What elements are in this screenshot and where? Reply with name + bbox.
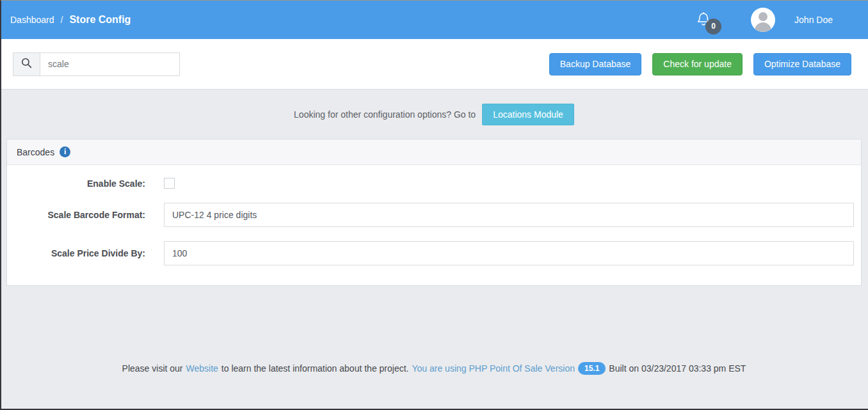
panel-heading: Barcodes i [7, 139, 861, 165]
search-input[interactable] [40, 52, 180, 76]
check-for-update-button[interactable]: Check for update [652, 53, 743, 75]
version-badge[interactable]: 15.1 [578, 362, 606, 375]
scale-price-divide-by-field [164, 241, 854, 265]
scale-barcode-format-label: Scale Barcode Format: [7, 210, 145, 220]
version-link[interactable]: You are using PHP Point Of Sale Version [412, 363, 575, 374]
form-row-scale-barcode-format: Scale Barcode Format: [7, 203, 854, 227]
website-link[interactable]: Website [186, 363, 218, 374]
info-bar-text: Looking for other configuration options?… [294, 109, 476, 120]
backup-database-button[interactable]: Backup Database [549, 53, 642, 75]
info-bar: Looking for other configuration options?… [0, 104, 868, 125]
breadcrumb: Dashboard / Store Config [10, 14, 131, 26]
header-right: 0 John Doe [696, 8, 833, 32]
toolbar: Backup Database Check for update Optimiz… [0, 39, 868, 90]
form-row-enable-scale: Enable Scale: [7, 178, 854, 189]
breadcrumb-dashboard-link[interactable]: Dashboard [10, 15, 54, 25]
footer-text-before-link: Please visit our [122, 363, 183, 374]
toolbar-buttons: Backup Database Check for update Optimiz… [549, 53, 851, 75]
search-addon [13, 52, 40, 76]
enable-scale-checkbox[interactable] [164, 178, 175, 189]
optimize-database-button[interactable]: Optimize Database [753, 53, 851, 75]
app-header: Dashboard / Store Config 0 John Doe [0, 0, 868, 39]
avatar[interactable] [751, 8, 775, 32]
panel-body: Enable Scale: Scale Barcode Format: Scal… [7, 165, 861, 285]
user-name[interactable]: John Doe [794, 15, 833, 25]
enable-scale-label: Enable Scale: [7, 178, 145, 189]
built-on-text: Built on 03/23/2017 03:33 pm EST [609, 363, 746, 374]
scale-price-divide-by-label: Scale Price Divide By: [7, 248, 145, 258]
notification-count-badge[interactable]: 0 [705, 19, 721, 35]
info-icon[interactable]: i [60, 146, 70, 157]
footer-text-after-link: to learn the latest information about th… [221, 363, 409, 374]
scale-barcode-format-field [164, 203, 854, 227]
scale-price-divide-by-input[interactable] [164, 241, 854, 265]
search-icon [20, 57, 33, 72]
notifications-button[interactable]: 0 [696, 12, 711, 28]
footer: Please visit our Website to learn the la… [0, 362, 868, 375]
page-title: Store Config [69, 14, 131, 26]
breadcrumb-separator: / [61, 15, 63, 25]
panel-title: Barcodes [17, 147, 54, 157]
search-group [13, 52, 180, 76]
avatar-silhouette-head [759, 12, 768, 21]
enable-scale-field [164, 178, 854, 189]
scale-barcode-format-input[interactable] [164, 203, 854, 227]
form-row-scale-price-divide-by: Scale Price Divide By: [7, 241, 854, 265]
locations-module-button[interactable]: Locations Module [482, 104, 574, 125]
barcodes-panel: Barcodes i Enable Scale: Scale Barcode F… [6, 139, 862, 286]
avatar-silhouette-body [755, 22, 771, 32]
